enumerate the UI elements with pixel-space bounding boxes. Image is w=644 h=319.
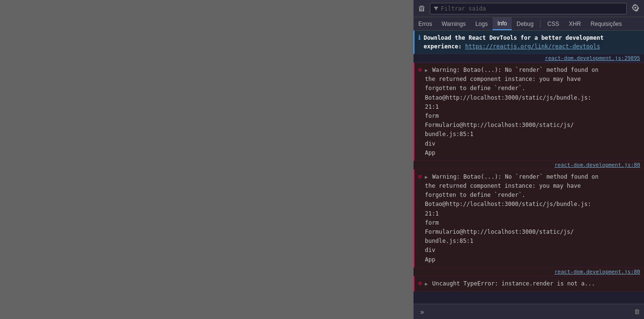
error-message-content-uncaught: ▶ Uncaught TypeError: instance.render is…	[425, 279, 640, 288]
error-icon-uncaught: ⊘	[418, 280, 422, 287]
console-output: ℹ Download the React DevTools for a bett…	[414, 31, 644, 304]
react-devtools-link[interactable]: https://reactjs.org/link/react-devtools	[465, 43, 600, 50]
error-icon-1: ⊘	[418, 66, 422, 73]
console-tabs: Erros Warnings Logs Info Debug CSS XHR R…	[414, 17, 644, 31]
tab-logs[interactable]: Logs	[471, 17, 493, 30]
tab-info[interactable]: Info	[493, 17, 512, 30]
filter-input[interactable]	[441, 5, 623, 12]
tab-css[interactable]: CSS	[542, 17, 564, 30]
error-message-content-2: ▶ Warning: Botao(...): No `render` metho…	[425, 172, 640, 264]
expand-error-uncaught[interactable]: ▶	[425, 281, 428, 286]
tab-debug[interactable]: Debug	[512, 17, 538, 30]
svg-rect-0	[419, 7, 425, 7]
error-message-2: ⊘ ▶ Warning: Botao(...): No `render` met…	[414, 170, 644, 268]
filter-input-wrapper	[430, 3, 627, 14]
devtools-panel: Erros Warnings Logs Info Debug CSS XHR R…	[414, 0, 644, 319]
error-message-content-1: ▶ Warning: Botao(...): No `render` metho…	[425, 66, 640, 158]
error-source-link-1[interactable]: react-dom.development.js:80	[414, 161, 644, 170]
error-text-2: Warning: Botao(...): No `render` method …	[425, 173, 598, 263]
error-message-1: ⊘ ▶ Warning: Botao(...): No `render` met…	[414, 63, 644, 161]
info-message-react-devtools: ℹ Download the React DevTools for a bett…	[414, 31, 644, 54]
app-preview-panel	[0, 0, 414, 319]
expand-console-button[interactable]: »	[417, 307, 427, 317]
tab-divider	[540, 20, 540, 28]
filter-icon	[433, 6, 439, 11]
error-message-uncaught: ⊘ ▶ Uncaught TypeError: instance.render …	[414, 276, 644, 292]
clear-console-button[interactable]	[416, 4, 427, 13]
error-icon-2: ⊘	[418, 173, 422, 180]
expand-error-2[interactable]: ▶	[425, 174, 428, 180]
console-toolbar	[414, 0, 644, 17]
error-text-1: Warning: Botao(...): No `render` method …	[425, 67, 598, 156]
error-text-uncaught: Uncaught TypeError: instance.render is n…	[432, 280, 595, 287]
info-source-link[interactable]: react-dom.development.js:29895	[414, 54, 644, 63]
tab-erros[interactable]: Erros	[414, 17, 437, 30]
svg-rect-1	[420, 6, 424, 6]
tab-xhr[interactable]: XHR	[564, 17, 586, 30]
tab-requisicoes[interactable]: Requisições	[586, 17, 626, 30]
info-icon: ℹ	[418, 34, 421, 41]
info-text-bold: Download the React DevTools for a better…	[424, 34, 604, 41]
settings-button[interactable]	[630, 3, 641, 14]
expand-error-1[interactable]: ▶	[425, 68, 428, 73]
console-bottom-bar: » 🗑	[414, 304, 644, 319]
info-message-content: Download the React DevTools for a better…	[424, 34, 640, 51]
trash-icon[interactable]: 🗑	[634, 308, 640, 315]
info-text-experience: experience:	[424, 43, 465, 50]
svg-rect-3	[424, 7, 424, 11]
svg-rect-2	[419, 7, 420, 11]
bottom-right-icons: 🗑	[634, 308, 640, 315]
tab-warnings[interactable]: Warnings	[437, 17, 471, 30]
error-source-link-2[interactable]: react-dom.development.js:80	[414, 268, 644, 276]
